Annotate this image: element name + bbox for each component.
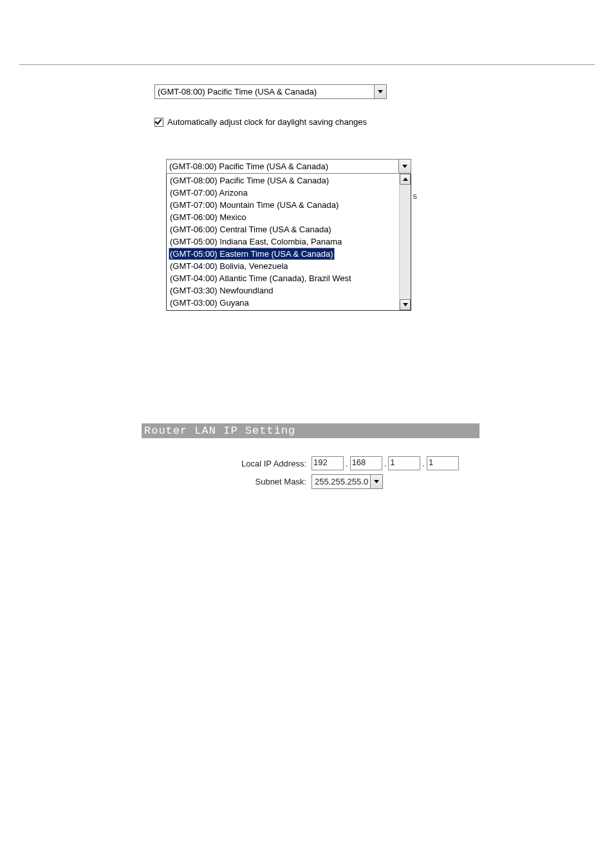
ip-octet-1[interactable]: 192 xyxy=(312,456,344,470)
lan-section-title: Router LAN IP Setting xyxy=(142,423,479,438)
timezone-option[interactable]: (GMT-06:00) Mexico xyxy=(169,211,397,223)
chevron-up-icon xyxy=(403,178,408,181)
scroll-track[interactable] xyxy=(400,185,411,299)
dot: . xyxy=(346,459,348,468)
timezone-option[interactable]: (GMT-07:00) Mountain Time (USA & Canada) xyxy=(169,199,397,211)
timezone-select-expanded-value: (GMT-08:00) Pacific Time (USA & Canada) xyxy=(167,160,398,173)
dot: . xyxy=(422,459,425,468)
timezone-option[interactable]: (GMT-08:00) Pacific Time (USA & Canada) xyxy=(169,174,397,187)
scroll-up-button[interactable] xyxy=(400,174,411,185)
dst-checkbox[interactable] xyxy=(154,118,163,127)
timezone-option[interactable]: (GMT-04:00) Atlantic Time (Canada), Braz… xyxy=(169,272,397,284)
chevron-down-icon xyxy=(403,303,408,306)
subnet-mask-select[interactable]: 255.255.255.0 xyxy=(312,474,383,489)
timezone-option[interactable]: (GMT-03:00) Guyana xyxy=(169,297,397,309)
timezone-select[interactable]: (GMT-08:00) Pacific Time (USA & Canada) xyxy=(154,84,387,99)
chevron-down-icon xyxy=(402,165,407,168)
timezone-option[interactable]: (GMT-06:00) Central Time (USA & Canada) xyxy=(169,223,397,235)
timezone-option[interactable]: (GMT-05:00) Eastern Time (USA & Canada) xyxy=(169,248,335,260)
timezone-select-value: (GMT-08:00) Pacific Time (USA & Canada) xyxy=(155,85,374,98)
dropdown-button[interactable] xyxy=(370,475,382,488)
dropdown-button[interactable] xyxy=(398,160,411,173)
stray-text: s xyxy=(413,191,417,201)
dst-label: Automatically adjust clock for daylight … xyxy=(167,117,367,127)
subnet-mask-label: Subnet Mask: xyxy=(142,477,312,486)
timezone-dropdown-list[interactable]: (GMT-08:00) Pacific Time (USA & Canada)(… xyxy=(166,174,411,311)
scrollbar[interactable] xyxy=(399,174,411,310)
timezone-option[interactable]: (GMT-07:00) Arizona xyxy=(169,187,397,199)
ip-octet-3[interactable]: 1 xyxy=(388,456,420,470)
timezone-select-expanded[interactable]: (GMT-08:00) Pacific Time (USA & Canada) xyxy=(166,159,411,174)
ip-octet-4[interactable]: 1 xyxy=(427,456,459,470)
ip-octet-2[interactable]: 168 xyxy=(350,456,382,470)
subnet-mask-value: 255.255.255.0 xyxy=(312,475,370,488)
chevron-down-icon xyxy=(374,480,379,483)
timezone-option[interactable]: (GMT-04:00) Bolivia, Venezuela xyxy=(169,260,397,272)
scroll-down-button[interactable] xyxy=(400,299,411,310)
dot: . xyxy=(384,459,387,468)
timezone-option[interactable]: (GMT-03:30) Newfoundland xyxy=(169,284,397,297)
local-ip-label: Local IP Address: xyxy=(142,459,312,468)
dropdown-button[interactable] xyxy=(374,85,386,98)
divider-line xyxy=(19,64,595,65)
timezone-option[interactable]: (GMT-05:00) Indiana East, Colombia, Pana… xyxy=(169,235,397,248)
chevron-down-icon xyxy=(378,90,383,93)
